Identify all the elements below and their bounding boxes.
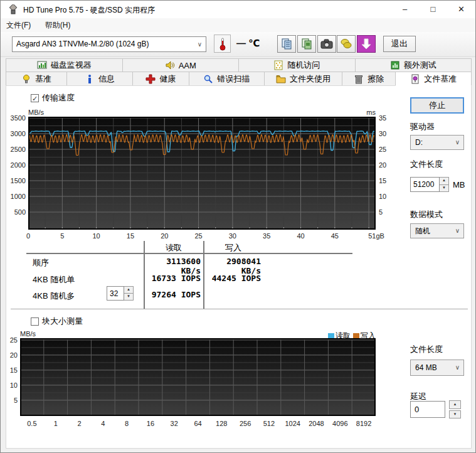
data-mode-label: 数据模式 xyxy=(410,209,443,220)
close-button[interactable]: ✕ xyxy=(447,1,475,18)
copy-text-icon xyxy=(280,38,293,50)
delay-arrows[interactable]: ▲ ▼ xyxy=(449,400,461,418)
block-file-length-dropdown[interactable]: 64 MB ∨ xyxy=(410,360,464,376)
tab-health[interactable]: 健康 xyxy=(132,72,189,86)
file-length-label: 文件长度 xyxy=(410,159,443,170)
save-button[interactable] xyxy=(337,35,356,53)
random-access-icon xyxy=(273,60,283,70)
axis-tick-label: 3000 xyxy=(6,130,26,137)
queue-depth-input[interactable] xyxy=(107,286,124,301)
tab-folder-usage[interactable]: 文件夹使用 xyxy=(264,72,343,86)
axis-tick-label: 500 xyxy=(6,208,26,216)
temperature-indicator xyxy=(214,35,231,53)
tab-disk-monitor[interactable]: 磁盘监视器 xyxy=(6,58,123,72)
spin-down-icon[interactable]: ▼ xyxy=(449,410,461,419)
file-length-arrows[interactable]: ▲ ▼ xyxy=(440,177,449,192)
sequential-write-value: 2908041 KB/s xyxy=(208,257,261,275)
axis-tick-label: 45 xyxy=(325,232,344,240)
tab-erase[interactable]: 擦除 xyxy=(342,72,396,86)
axis-tick-label: ms xyxy=(358,109,376,116)
queue-depth-spinner[interactable]: ▲ ▼ xyxy=(107,286,134,301)
delay-input[interactable] xyxy=(410,401,445,418)
axis-tick-label: 15 xyxy=(6,366,18,374)
hd-tune-window: HD Tune Pro 5.75 - 硬盘/SSD 实用程序 – □ ✕ 文件(… xyxy=(0,0,476,453)
axis-tick-label: 10 xyxy=(87,232,106,240)
axis-tick-label: 2500 xyxy=(6,146,26,153)
temperature-readout: — ℃ xyxy=(236,38,260,49)
axis-tick-label: 15 xyxy=(121,232,140,240)
chevron-down-icon: ∨ xyxy=(455,360,460,375)
spin-down-icon[interactable]: ▼ xyxy=(124,294,134,301)
drive-label: 驱动器 xyxy=(410,121,435,132)
axis-tick-label: 8192 xyxy=(352,420,376,427)
menu-help[interactable]: 帮助(H) xyxy=(40,18,77,33)
drive-select-value: Asgard AN3 1TNVMe-M.2/80 (1024 gB) xyxy=(16,40,149,48)
tab-label: 文件夹使用 xyxy=(290,73,331,85)
tab-label: AAM xyxy=(179,61,196,70)
axis-tick-label: 2 xyxy=(68,420,92,427)
spin-down-icon[interactable]: ▼ xyxy=(440,185,449,193)
transfer-speed-checkbox[interactable]: ✓ 传输速度 xyxy=(31,92,75,104)
stop-button[interactable]: 停止 xyxy=(410,97,464,114)
tab-label: 擦除 xyxy=(368,73,384,85)
spin-up-icon[interactable]: ▲ xyxy=(124,286,134,294)
row-4kb-single-label: 4KB 随机单 xyxy=(33,274,75,285)
minimize-button[interactable]: – xyxy=(391,1,419,18)
drive-select-dropdown[interactable]: Asgard AN3 1TNVMe-M.2/80 (1024 gB) ∨ xyxy=(12,36,206,52)
axis-tick-label: 1024 xyxy=(281,420,305,427)
tab-row-top: 磁盘监视器 AAM 随机访问 额外测试 xyxy=(6,58,472,72)
file-length-spinner[interactable]: ▲ ▼ xyxy=(410,177,449,192)
tab-error-scan[interactable]: 错误扫描 xyxy=(189,72,265,86)
axis-tick-label: 35 xyxy=(379,114,386,122)
drive-dropdown[interactable]: D: ∨ xyxy=(410,135,464,150)
spin-up-icon[interactable]: ▲ xyxy=(440,177,449,185)
tab-label: 错误扫描 xyxy=(217,73,250,85)
tab-random-access[interactable]: 随机访问 xyxy=(238,58,356,72)
axis-tick-label: 64 xyxy=(186,420,210,427)
transfer-speed-chart xyxy=(28,117,376,230)
download-arrow-icon xyxy=(361,38,371,50)
tab-benchmark[interactable]: 基准 xyxy=(6,72,67,86)
transfer-speed-label: 传输速度 xyxy=(42,92,75,104)
benchmark-bulb-icon xyxy=(21,74,31,84)
axis-tick-label: 1000 xyxy=(6,193,26,200)
axis-tick-label: 2048 xyxy=(305,420,329,427)
sequential-read-value: 3113600 KB/s xyxy=(144,257,201,275)
row-sequential-label: 顺序 xyxy=(33,257,49,269)
exit-button[interactable]: 退出 xyxy=(383,36,416,52)
tab-file-benchmark[interactable]: 文件基准 xyxy=(395,72,472,86)
tab-extra-tests[interactable]: 额外测试 xyxy=(355,58,472,72)
axis-tick-label: 5 xyxy=(6,397,18,404)
axis-tick-label: MB/s xyxy=(20,330,36,338)
table-column-divider xyxy=(203,241,204,309)
download-button[interactable] xyxy=(357,35,376,53)
read-column-header: 读取 xyxy=(152,242,196,253)
axis-tick-label: 25 xyxy=(189,232,208,240)
axis-tick-label: 4096 xyxy=(328,420,352,427)
tab-aam[interactable]: AAM xyxy=(122,58,240,72)
file-benchmark-panel: ✓ 传输速度 MB/sms350030002500200015001000500… xyxy=(6,85,472,449)
file-benchmark-icon xyxy=(410,74,420,84)
screenshot-button[interactable] xyxy=(317,35,336,53)
file-length-unit: MB xyxy=(453,180,465,189)
axis-tick-label: 35 xyxy=(257,232,276,240)
block-size-label: 块大小测量 xyxy=(42,316,83,327)
tab-info[interactable]: 信息 xyxy=(66,72,133,86)
axis-tick-label: 20 xyxy=(6,351,18,359)
queue-depth-arrows[interactable]: ▲ ▼ xyxy=(124,286,134,301)
data-mode-dropdown[interactable]: 随机 ∨ xyxy=(410,223,464,238)
chevron-down-icon: ∨ xyxy=(455,136,460,149)
chevron-down-icon: ∨ xyxy=(198,37,202,51)
save-disks-icon xyxy=(340,38,352,50)
axis-tick-label: 5 xyxy=(53,232,71,240)
file-length-input[interactable] xyxy=(410,177,440,192)
maximize-button[interactable]: □ xyxy=(419,1,447,18)
magnifier-icon xyxy=(203,74,213,84)
drive-value: D: xyxy=(415,138,423,147)
block-size-checkbox[interactable]: 块大小测量 xyxy=(31,316,83,327)
copy-text-button[interactable] xyxy=(277,35,296,53)
menu-file[interactable]: 文件(F) xyxy=(1,18,36,33)
axis-tick-label: 256 xyxy=(233,420,257,427)
copy-image-button[interactable] xyxy=(297,35,316,53)
spin-up-icon[interactable]: ▲ xyxy=(449,400,461,409)
